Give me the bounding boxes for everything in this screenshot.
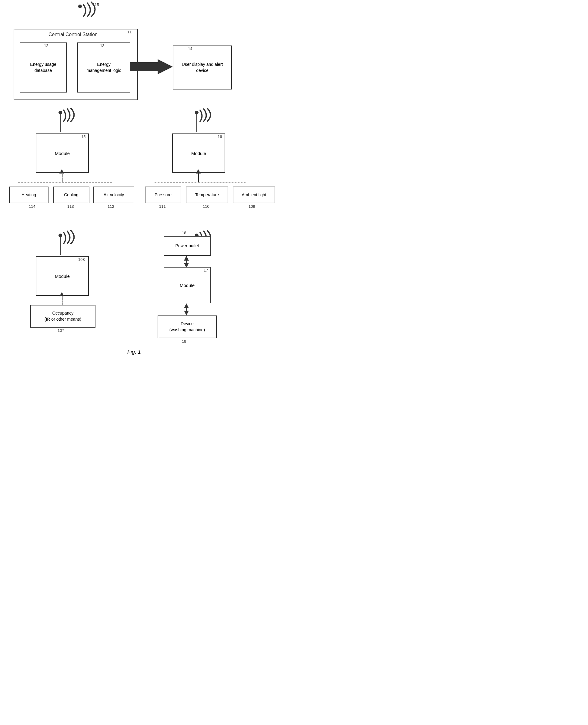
module108-label: Module: [55, 273, 70, 279]
pressure-number: 111: [159, 204, 166, 209]
svg-marker-6: [184, 310, 189, 316]
module108-number: 108: [78, 257, 85, 262]
central-control-station-label: Central Control Station: [48, 32, 98, 37]
module17-number: 17: [204, 268, 208, 273]
power-outlet-box: Power outlet: [164, 236, 211, 256]
double-arrow-bottom: [183, 303, 189, 316]
pressure-box: Pressure: [145, 186, 181, 203]
energy-logic-box: Energy management logic: [77, 42, 130, 93]
occupancy-box: Occupancy (IR or other means): [30, 305, 96, 328]
module108-antenna-dot: [59, 234, 62, 237]
antenna115-dot: [78, 4, 82, 8]
energy-db-box: Energy usage database: [20, 42, 67, 93]
module108-tri: [59, 292, 64, 296]
module15-number: 15: [81, 134, 85, 139]
module16-signal: [198, 108, 215, 123]
module16-number: 16: [217, 134, 222, 139]
energy-db-number: 12: [44, 43, 48, 48]
module16-tri: [196, 169, 201, 174]
heating-label: Heating: [22, 192, 36, 198]
air-velocity-box: Air velocity: [93, 186, 134, 203]
module15-signal: [62, 108, 79, 123]
user-display-number: 14: [188, 46, 192, 51]
module16-box: Module: [172, 134, 225, 173]
module16-down-line: [198, 173, 199, 182]
cooling-label: Cooling: [64, 192, 78, 198]
big-arrow-svg: [130, 58, 173, 76]
antenna115-stick: [80, 6, 80, 29]
ambient-light-box: Ambient light: [233, 186, 275, 203]
cooling-number: 113: [67, 204, 74, 209]
dashed-108-v: [62, 296, 63, 305]
module15-tri: [59, 169, 64, 174]
user-display-label: User display and alert device: [182, 62, 223, 74]
central-control-station-number: 11: [127, 30, 131, 34]
temperature-number: 110: [203, 204, 209, 209]
cooling-box: Cooling: [53, 186, 89, 203]
double-arrow-top: [183, 256, 189, 268]
module16-antenna-stick: [196, 112, 197, 132]
energy-logic-number: 13: [100, 43, 104, 48]
svg-marker-1: [184, 256, 189, 261]
pressure-label: Pressure: [154, 192, 171, 198]
power-outlet-number: 18: [182, 230, 186, 235]
device-label: Device (washing machine): [169, 321, 205, 333]
svg-rect-5: [186, 308, 187, 311]
module108-antenna-stick: [60, 235, 61, 255]
svg-rect-2: [186, 260, 187, 263]
dashed-h-right: [62, 182, 112, 183]
ambient-light-label: Ambient light: [242, 192, 267, 198]
dashed-h-16-right: [198, 182, 246, 183]
air-velocity-label: Air velocity: [104, 192, 124, 198]
dashed-v-15: [62, 173, 63, 182]
svg-marker-0: [130, 59, 173, 74]
ambient-light-number: 109: [249, 204, 255, 209]
device-box: Device (washing machine): [158, 316, 217, 338]
power-outlet-label: Power outlet: [175, 243, 199, 249]
device-number: 19: [182, 339, 186, 344]
user-display-box: User display and alert device: [173, 45, 232, 89]
energy-db-label: Energy usage database: [30, 62, 56, 74]
antenna115-number: 115: [92, 2, 99, 7]
heating-number: 114: [29, 204, 36, 209]
temperature-label: Temperature: [195, 192, 219, 198]
dashed-h-left: [18, 182, 64, 183]
energy-logic-label: Energy management logic: [86, 62, 121, 74]
dashed-h-16-left: [154, 182, 200, 183]
module16-label: Module: [191, 150, 206, 157]
diagram: Central Control Station 11 Energy usage …: [0, 0, 294, 349]
module15-antenna-dot: [59, 111, 62, 114]
heating-box: Heating: [9, 186, 48, 203]
module17-box: Module: [164, 267, 211, 303]
occupancy-label: Occupancy (IR or other means): [45, 310, 81, 322]
air-velocity-number: 112: [108, 204, 114, 209]
module15-box: Module: [36, 134, 89, 173]
temperature-box: Temperature: [186, 186, 228, 203]
occupancy-number: 107: [58, 328, 64, 333]
figure-label: Fig. 1: [127, 349, 141, 355]
module15-antenna-stick: [60, 112, 61, 132]
svg-marker-4: [184, 303, 189, 308]
module15-label: Module: [55, 150, 70, 157]
module108-box: Module: [36, 256, 89, 296]
module17-label: Module: [180, 282, 194, 288]
module108-signal: [62, 230, 79, 245]
module16-antenna-dot: [195, 111, 198, 114]
